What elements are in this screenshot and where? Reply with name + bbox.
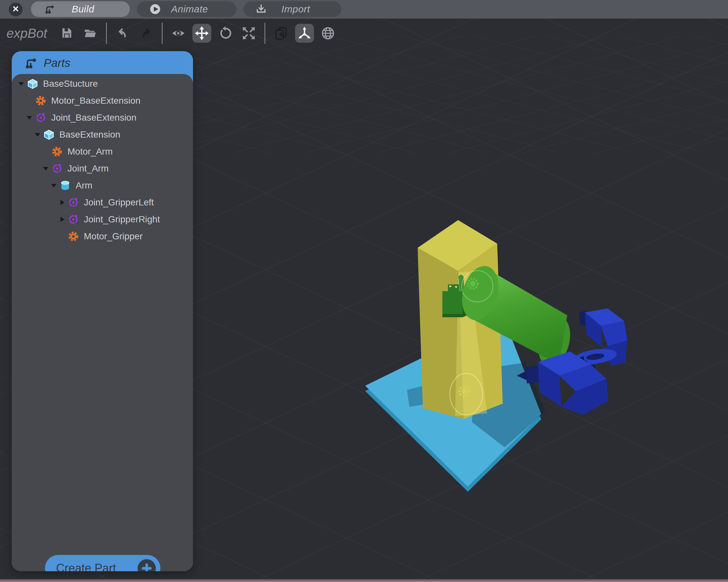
rotate-icon	[218, 26, 232, 41]
tree-item-Motor_Gripper[interactable]: Motor_Gripper	[12, 228, 193, 245]
tab-animate-label: Animate	[171, 4, 208, 15]
top-tab-bar: Build Animate Import	[0, 0, 728, 19]
cube-icon	[27, 78, 38, 90]
undo-icon	[115, 26, 130, 41]
toolbar: expBot	[0, 20, 340, 46]
axes-icon	[297, 26, 312, 41]
tree-item-label: Joint_Arm	[68, 163, 109, 174]
tree-item-Joint_GripperRight[interactable]: Joint_GripperRight	[12, 211, 193, 228]
expander-spacer	[24, 96, 34, 106]
local-axes-button[interactable]	[295, 24, 314, 43]
joint-icon	[51, 163, 63, 174]
tree-item-label: Motor_Gripper	[84, 231, 143, 242]
bottom-edge-strip	[0, 579, 728, 582]
tree-item-label: BaseExtension	[59, 129, 120, 140]
play-icon	[149, 3, 161, 15]
toolbar-separator	[106, 23, 107, 44]
expander-spacer	[41, 147, 51, 156]
redo-icon	[139, 26, 153, 41]
toolbar-separator	[162, 23, 163, 44]
expander-spacer	[57, 231, 67, 241]
expander-right-icon[interactable]	[57, 198, 67, 207]
expander-down-icon[interactable]	[24, 113, 34, 123]
tab-import-label: Import	[281, 4, 310, 15]
open-button[interactable]	[81, 24, 100, 43]
save-icon	[60, 26, 74, 41]
tree-item-label: Motor_Arm	[68, 146, 112, 157]
expander-down-icon[interactable]	[16, 79, 26, 89]
tab-build[interactable]: Build	[31, 1, 130, 17]
node-graph-icon	[24, 56, 38, 70]
import-icon	[255, 3, 267, 15]
undo-button[interactable]	[113, 24, 132, 43]
tab-build-label: Build	[72, 4, 94, 15]
create-part-button[interactable]: Create Part	[45, 555, 160, 571]
tree-item-Joint_BaseExtension[interactable]: Joint_BaseExtension	[12, 109, 193, 126]
eye-icon	[171, 26, 185, 41]
expander-down-icon[interactable]	[41, 164, 51, 174]
tab-import[interactable]: Import	[243, 1, 341, 17]
parts-tree-body: BaseStuctureMotor_BaseExtensionJoint_Bas…	[12, 74, 193, 571]
toolbar-separator	[264, 23, 265, 44]
expander-down-icon[interactable]	[49, 181, 59, 191]
tree-item-label: Joint_GripperLeft	[84, 197, 154, 208]
app-window: Build Animate Import expBot Parts BaseSt…	[0, 0, 728, 582]
duplicate-icon	[274, 26, 288, 41]
visibility-button[interactable]	[169, 24, 188, 43]
tree-item-BaseExtension[interactable]: BaseExtension	[12, 126, 193, 143]
tree-item-Motor_BaseExtension[interactable]: Motor_BaseExtension	[12, 92, 193, 109]
rotate-button[interactable]	[216, 24, 235, 43]
create-part-label: Create Part	[56, 561, 116, 572]
expander-down-icon[interactable]	[33, 130, 43, 140]
parts-tree: BaseStuctureMotor_BaseExtensionJoint_Bas…	[12, 75, 193, 245]
move-button[interactable]	[192, 24, 211, 43]
tree-item-label: Arm	[76, 180, 92, 191]
joint-icon	[68, 213, 79, 225]
move-icon	[194, 26, 209, 41]
gear-icon	[35, 95, 47, 107]
expander-right-icon[interactable]	[57, 214, 67, 224]
parts-panel: Parts BaseStuctureMotor_BaseExtensionJoi…	[12, 51, 193, 571]
joint-icon	[68, 197, 79, 208]
scale-icon	[241, 26, 256, 41]
joint-icon	[35, 112, 47, 124]
scale-button[interactable]	[239, 24, 258, 43]
global-axes-button[interactable]	[318, 24, 337, 43]
tree-item-BaseStucture[interactable]: BaseStucture	[12, 75, 193, 92]
tab-animate[interactable]: Animate	[137, 1, 236, 17]
close-icon	[12, 5, 19, 14]
close-button[interactable]	[9, 3, 23, 16]
tree-item-Motor_Arm[interactable]: Motor_Arm	[12, 143, 193, 160]
cylinder-icon	[59, 180, 71, 192]
globe-icon	[321, 26, 335, 41]
duplicate-button[interactable]	[271, 24, 290, 43]
cube-icon	[43, 129, 55, 141]
node-graph-icon	[44, 3, 56, 15]
tree-item-Joint_GripperLeft[interactable]: Joint_GripperLeft	[12, 194, 193, 211]
tree-item-label: BaseStucture	[43, 79, 98, 89]
folder-open-icon	[83, 26, 98, 41]
save-button[interactable]	[57, 24, 76, 43]
gear-icon	[51, 146, 63, 157]
tree-item-Joint_Arm[interactable]: Joint_Arm	[12, 160, 193, 177]
parts-panel-title: Parts	[44, 56, 71, 70]
app-title: expBot	[6, 26, 47, 41]
tree-item-Arm[interactable]: Arm	[12, 177, 193, 194]
tree-item-label: Motor_BaseExtension	[51, 96, 140, 106]
tree-item-label: Joint_BaseExtension	[51, 112, 137, 123]
plus-icon	[137, 559, 156, 571]
gear-icon	[68, 230, 79, 242]
tree-item-label: Joint_GripperRight	[84, 214, 160, 225]
redo-button[interactable]	[137, 24, 156, 43]
